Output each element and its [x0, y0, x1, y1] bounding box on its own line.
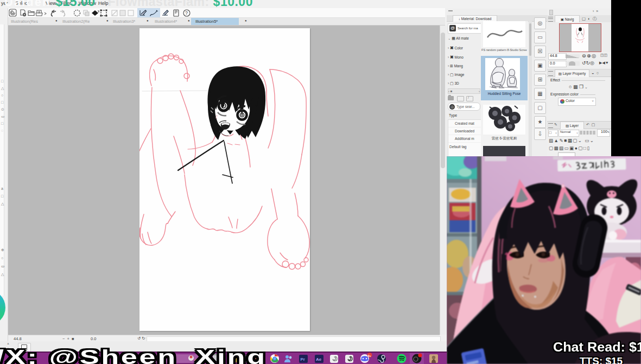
- svg-text:Ae: Ae: [316, 357, 322, 362]
- svg-text:9+: 9+: [368, 354, 371, 357]
- svg-text:?: ?: [185, 10, 188, 16]
- svg-text:Pr: Pr: [301, 357, 305, 362]
